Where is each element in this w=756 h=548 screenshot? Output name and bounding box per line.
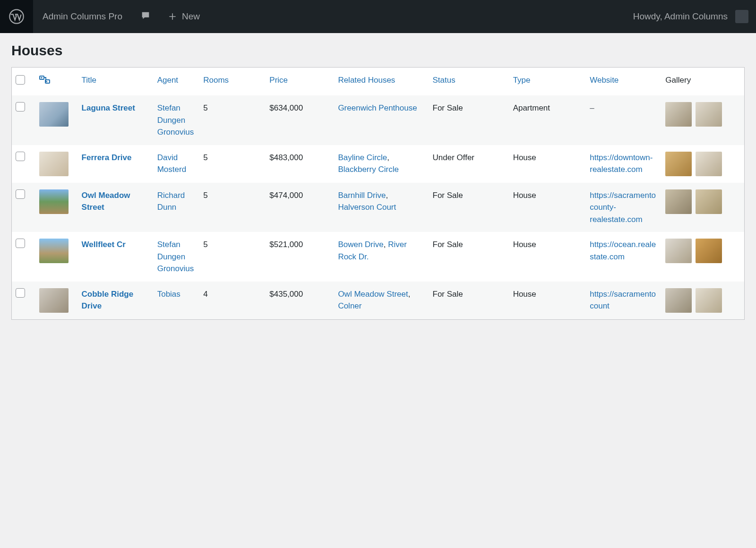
gallery-thumbnail[interactable]: [665, 152, 692, 176]
gallery-thumbnail[interactable]: [696, 102, 722, 127]
price-cell: $483,000: [266, 145, 334, 183]
featured-image-thumbnail[interactable]: [39, 152, 69, 176]
website-link[interactable]: https://sacramentocounty-realestate.com: [590, 191, 656, 224]
row-title-link[interactable]: Laguna Street: [82, 103, 135, 112]
related-cell: Bowen Drive, River Rock Dr.: [334, 232, 429, 282]
row-title-link[interactable]: Cobble Ridge Drive: [82, 290, 134, 311]
related-house-link[interactable]: Owl Meadow Street: [338, 290, 408, 299]
col-rooms[interactable]: Rooms: [203, 76, 229, 85]
table-row: Cobble Ridge DriveTobias4$435,000Owl Mea…: [12, 282, 745, 320]
gallery-thumbnail[interactable]: [665, 102, 692, 127]
gallery-thumbnail[interactable]: [696, 152, 722, 176]
gallery-thumbnail[interactable]: [665, 288, 692, 313]
featured-image-thumbnail[interactable]: [39, 288, 69, 313]
site-name[interactable]: Admin Columns Pro: [33, 11, 132, 22]
website-cell: https://sacramentocount: [586, 282, 662, 320]
col-title[interactable]: Title: [82, 76, 97, 85]
gallery-thumbnail[interactable]: [696, 288, 722, 313]
gallery-cell: [665, 239, 740, 263]
type-cell: House: [509, 282, 586, 320]
gallery-cell: [665, 189, 740, 214]
agent-link[interactable]: Tobias: [157, 290, 180, 299]
related-house-link[interactable]: Bayline Circle: [338, 153, 387, 162]
status-cell: For Sale: [429, 95, 509, 145]
gallery-thumbnail[interactable]: [696, 189, 722, 214]
col-type[interactable]: Type: [513, 76, 531, 85]
featured-image-thumbnail[interactable]: [39, 189, 69, 214]
website-link[interactable]: https://sacramentocount: [590, 290, 656, 311]
rooms-cell: 4: [199, 282, 266, 320]
rooms-cell: 5: [199, 95, 266, 145]
status-cell: For Sale: [429, 282, 509, 320]
houses-table: Title Agent Rooms Price Related Houses S…: [11, 67, 745, 320]
new-label: New: [182, 11, 200, 22]
row-checkbox[interactable]: [16, 102, 25, 111]
type-cell: House: [509, 232, 586, 282]
row-title-link[interactable]: Wellfleet Cr: [82, 240, 126, 249]
row-checkbox[interactable]: [16, 189, 25, 199]
row-checkbox[interactable]: [16, 152, 25, 161]
related-house-link[interactable]: Halverson Court: [338, 203, 396, 212]
status-cell: For Sale: [429, 232, 509, 282]
gallery-cell: [665, 102, 740, 127]
gallery-thumbnail[interactable]: [665, 189, 692, 214]
rooms-cell: 5: [199, 183, 266, 232]
website-cell: https://sacramentocounty-realestate.com: [586, 183, 662, 232]
related-house-link[interactable]: Bowen Drive: [338, 240, 383, 249]
col-related[interactable]: Related Houses: [338, 76, 395, 85]
table-row: Owl Meadow StreetRichard Dunn5$474,000Ba…: [12, 183, 745, 232]
avatar[interactable]: [735, 10, 748, 23]
row-checkbox[interactable]: [16, 288, 25, 298]
admin-bar: Admin Columns Pro New Howdy, Admin Colum…: [0, 0, 756, 33]
table-row: Laguna StreetStefan Dungen Gronovius5$63…: [12, 95, 745, 145]
featured-image-thumbnail[interactable]: [39, 239, 69, 263]
toggle-columns-icon[interactable]: [39, 76, 51, 86]
agent-link[interactable]: David Mosterd: [157, 153, 186, 174]
wordpress-logo-icon[interactable]: [0, 0, 33, 33]
type-cell: House: [509, 145, 586, 183]
status-cell: Under Offer: [429, 145, 509, 183]
website-link[interactable]: https://ocean.realestate.com: [590, 240, 656, 261]
table-row: Ferrera DriveDavid Mosterd5$483,000Bayli…: [12, 145, 745, 183]
related-house-link[interactable]: Blackberry Circle: [338, 165, 398, 174]
price-cell: $521,000: [266, 232, 334, 282]
row-title-link[interactable]: Ferrera Drive: [82, 153, 132, 162]
type-cell: House: [509, 183, 586, 232]
related-house-link[interactable]: Barnhill Drive: [338, 191, 386, 200]
page-title: Houses: [11, 43, 745, 59]
new-button[interactable]: New: [159, 11, 208, 22]
col-agent[interactable]: Agent: [157, 76, 178, 85]
website-cell: –: [586, 95, 662, 145]
rooms-cell: 5: [199, 145, 266, 183]
howdy-text[interactable]: Howdy, Admin Columns: [626, 11, 735, 23]
website-empty: –: [590, 103, 594, 112]
agent-link[interactable]: Richard Dunn: [157, 191, 185, 212]
row-title-link[interactable]: Owl Meadow Street: [82, 191, 130, 212]
gallery-thumbnail[interactable]: [665, 239, 692, 263]
related-cell: Greenwich Penthouse: [334, 95, 429, 145]
price-cell: $435,000: [266, 282, 334, 320]
comments-icon[interactable]: [132, 10, 159, 23]
website-cell: https://ocean.realestate.com: [586, 232, 662, 282]
agent-link[interactable]: Stefan Dungen Gronovius: [157, 103, 194, 137]
table-row: Wellfleet CrStefan Dungen Gronovius5$521…: [12, 232, 745, 282]
plus-icon: [168, 12, 177, 21]
col-status[interactable]: Status: [433, 76, 455, 85]
website-link[interactable]: https://downtown-realestate.com: [590, 153, 653, 174]
rooms-cell: 5: [199, 232, 266, 282]
select-all-checkbox[interactable]: [16, 75, 25, 85]
related-house-link[interactable]: Colner: [338, 301, 361, 310]
type-cell: Apartment: [509, 95, 586, 145]
row-checkbox[interactable]: [16, 239, 25, 248]
gallery-thumbnail[interactable]: [696, 239, 722, 263]
related-cell: Owl Meadow Street, Colner: [334, 282, 429, 320]
status-cell: For Sale: [429, 183, 509, 232]
col-price[interactable]: Price: [269, 76, 288, 85]
related-house-link[interactable]: Greenwich Penthouse: [338, 103, 417, 112]
col-website[interactable]: Website: [590, 76, 619, 85]
svg-point-3: [41, 77, 42, 78]
col-gallery: Gallery: [665, 76, 691, 85]
related-cell: Barnhill Drive, Halverson Court: [334, 183, 429, 232]
agent-link[interactable]: Stefan Dungen Gronovius: [157, 240, 194, 273]
featured-image-thumbnail[interactable]: [39, 102, 69, 127]
